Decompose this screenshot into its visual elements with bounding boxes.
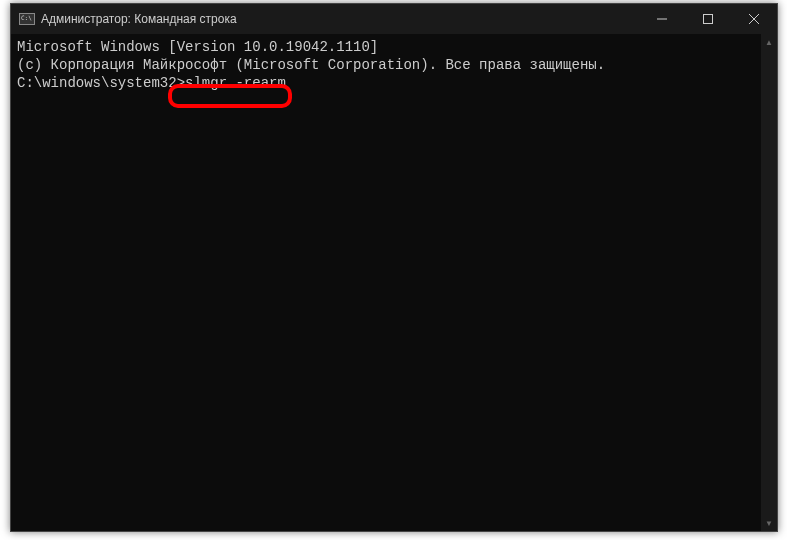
terminal-prompt-row: C:\windows\system32>slmgr -rearm	[17, 74, 771, 92]
terminal-command[interactable]: slmgr -rearm	[185, 74, 286, 92]
terminal-output-line: (c) Корпорация Майкрософт (Microsoft Cor…	[17, 56, 771, 74]
window-controls	[639, 4, 777, 34]
close-icon	[749, 14, 759, 24]
maximize-button[interactable]	[685, 4, 731, 34]
scrollbar-track[interactable]	[761, 50, 777, 515]
close-button[interactable]	[731, 4, 777, 34]
terminal-prompt: C:\windows\system32>	[17, 74, 185, 92]
cmd-window: Администратор: Командная строка Microsof…	[10, 3, 778, 532]
scrollbar-down-arrow[interactable]: ▼	[761, 515, 777, 531]
terminal-body[interactable]: Microsoft Windows [Version 10.0.19042.11…	[11, 34, 777, 531]
titlebar[interactable]: Администратор: Командная строка	[11, 4, 777, 34]
cmd-icon	[19, 13, 35, 25]
terminal-output-line: Microsoft Windows [Version 10.0.19042.11…	[17, 38, 771, 56]
minimize-icon	[657, 14, 667, 24]
maximize-icon	[703, 14, 713, 24]
minimize-button[interactable]	[639, 4, 685, 34]
window-title: Администратор: Командная строка	[41, 12, 639, 26]
vertical-scrollbar[interactable]: ▲ ▼	[761, 34, 777, 531]
svg-rect-1	[704, 15, 713, 24]
scrollbar-up-arrow[interactable]: ▲	[761, 34, 777, 50]
